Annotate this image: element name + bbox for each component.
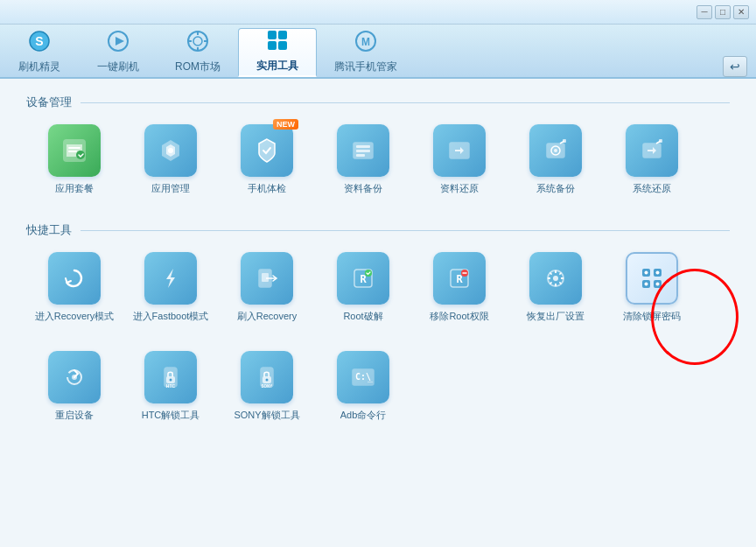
svg-rect-20	[356, 145, 370, 148]
title-bar: ─ □ ✕	[0, 0, 756, 25]
quick-tools-grid-row2: 重启设备 HTC HTC解锁工具	[26, 351, 730, 431]
icon-box-enter-fastboot	[144, 252, 197, 305]
icon-item-app-manage[interactable]: 应用管理	[122, 124, 219, 194]
tab-flash-wizard-icon: S	[28, 30, 51, 58]
svg-marker-3	[116, 37, 124, 46]
icon-label-root-break: Root破解	[343, 310, 382, 322]
icon-item-system-restore[interactable]: 系统还原	[604, 124, 700, 194]
new-badge-phone-check: NEW	[273, 119, 298, 130]
icon-item-htc-unlock[interactable]: HTC HTC解锁工具	[122, 351, 219, 421]
svg-rect-31	[262, 273, 269, 282]
svg-line-47	[559, 273, 561, 275]
icon-box-adb-command: C:\ _	[337, 351, 389, 403]
icon-box-data-restore	[433, 124, 486, 177]
icon-item-restore-factory[interactable]: 恢复出厂设置	[508, 252, 604, 322]
icon-label-sony-unlock: SONY解锁工具	[234, 409, 299, 421]
minimize-button[interactable]: ─	[696, 5, 712, 19]
tab-utility-tools[interactable]: 实用工具	[238, 28, 317, 77]
icon-label-system-backup: 系统备份	[536, 182, 575, 194]
svg-rect-12	[268, 41, 276, 50]
icon-box-restart-device	[48, 351, 101, 403]
icon-box-system-restore	[626, 124, 678, 177]
icon-label-data-restore: 资料还原	[440, 182, 479, 194]
svg-point-61	[170, 378, 172, 381]
icon-box-root-break: R	[337, 252, 389, 305]
device-management-grid: 应用套餐 应用管理 NEW 手机体检	[26, 124, 730, 205]
svg-point-54	[656, 271, 660, 275]
icon-label-restart-device: 重启设备	[55, 409, 94, 421]
icon-item-data-backup[interactable]: 资料备份	[315, 124, 411, 194]
icon-box-restore-factory	[529, 252, 582, 305]
icon-label-app-manage: 应用管理	[151, 182, 190, 194]
svg-text:SONY: SONY	[262, 384, 273, 389]
icon-box-clear-lock	[626, 252, 678, 305]
icon-label-data-backup: 资料备份	[344, 182, 382, 194]
main-content: 设备管理 应用套餐	[0, 79, 756, 547]
icon-label-enter-recovery: 进入Recovery模式	[35, 310, 114, 322]
icon-item-system-backup[interactable]: 系统备份	[508, 124, 604, 194]
icon-item-restart-device[interactable]: 重启设备	[26, 351, 122, 421]
icon-item-sony-unlock[interactable]: SONY SONY解锁工具	[219, 351, 315, 421]
tab-rom-icon	[186, 30, 209, 58]
icon-item-clear-lock[interactable]: 清除锁屏密码	[604, 252, 700, 322]
svg-rect-11	[278, 31, 287, 39]
icon-item-adb-command[interactable]: C:\ _ Adb命令行	[315, 351, 411, 421]
icon-box-flash-recovery	[241, 252, 293, 305]
icon-item-enter-fastboot[interactable]: 进入Fastboot模式	[122, 252, 219, 322]
icon-label-clear-lock: 清除锁屏密码	[623, 310, 681, 322]
svg-rect-21	[356, 150, 370, 152]
icon-box-remove-root: R	[433, 252, 486, 305]
icon-item-flash-recovery[interactable]: 刷入Recovery	[219, 252, 315, 322]
tab-one-click-icon	[107, 30, 130, 58]
icon-label-restore-factory: 恢复出厂设置	[527, 310, 584, 322]
icon-box-enter-recovery	[48, 252, 101, 305]
tab-rom-market[interactable]: ROM市场	[158, 28, 238, 77]
svg-rect-29	[659, 139, 662, 143]
svg-text:M: M	[361, 36, 370, 48]
tab-flash-wizard-label: 刷机精灵	[18, 60, 60, 74]
icon-item-app-package[interactable]: 应用套餐	[26, 124, 122, 194]
close-button[interactable]: ✕	[733, 5, 749, 19]
icon-box-htc-unlock: HTC	[144, 351, 197, 403]
icon-label-system-restore: 系统还原	[633, 182, 671, 194]
icon-item-root-break[interactable]: R Root破解	[315, 252, 411, 322]
icon-box-sony-unlock: SONY	[241, 351, 293, 403]
svg-point-55	[645, 283, 648, 286]
icon-label-remove-root: 移除Root权限	[430, 310, 488, 322]
svg-rect-13	[278, 41, 287, 50]
tab-one-click-label: 一键刷机	[97, 60, 139, 74]
icon-label-phone-check: 手机体检	[248, 182, 286, 194]
svg-point-35	[365, 270, 372, 277]
icon-label-flash-recovery: 刷入Recovery	[237, 310, 297, 322]
icon-item-remove-root[interactable]: R 移除Root权限	[411, 252, 508, 322]
section-quick-tools-title: 快捷工具	[26, 222, 730, 238]
tab-tencent-label: 腾讯手机管家	[334, 60, 397, 74]
icon-box-app-package	[48, 124, 101, 177]
tab-bar: S 刷机精灵 一键刷机 ROM市场	[0, 25, 756, 79]
svg-point-18	[168, 148, 173, 153]
svg-line-46	[559, 283, 561, 284]
svg-point-26	[554, 149, 557, 152]
svg-point-65	[266, 378, 269, 381]
icon-label-app-package: 应用套餐	[55, 182, 94, 194]
back-button[interactable]: ↩	[723, 56, 747, 77]
tab-utility-icon	[266, 29, 289, 57]
icon-label-enter-fastboot: 进入Fastboot模式	[133, 310, 209, 322]
section-device-management-title: 设备管理	[26, 95, 730, 110]
icon-box-data-backup	[337, 124, 389, 177]
restore-button[interactable]: □	[715, 5, 731, 19]
icon-label-adb-command: Adb命令行	[340, 409, 387, 421]
svg-line-48	[550, 283, 552, 284]
icon-item-enter-recovery[interactable]: 进入Recovery模式	[26, 252, 122, 322]
tab-one-click-flash[interactable]: 一键刷机	[79, 28, 158, 77]
svg-rect-10	[268, 31, 276, 39]
tab-flash-wizard[interactable]: S 刷机精灵	[0, 28, 79, 77]
svg-line-45	[550, 273, 552, 275]
icon-item-data-restore[interactable]: 资料还原	[411, 124, 508, 194]
icon-item-phone-check[interactable]: NEW 手机体检	[219, 124, 315, 194]
tab-utility-label: 实用工具	[256, 59, 298, 74]
tab-tencent[interactable]: M 腾讯手机管家	[317, 28, 415, 77]
svg-rect-22	[356, 154, 365, 157]
svg-point-40	[553, 276, 558, 281]
svg-point-53	[645, 271, 648, 275]
